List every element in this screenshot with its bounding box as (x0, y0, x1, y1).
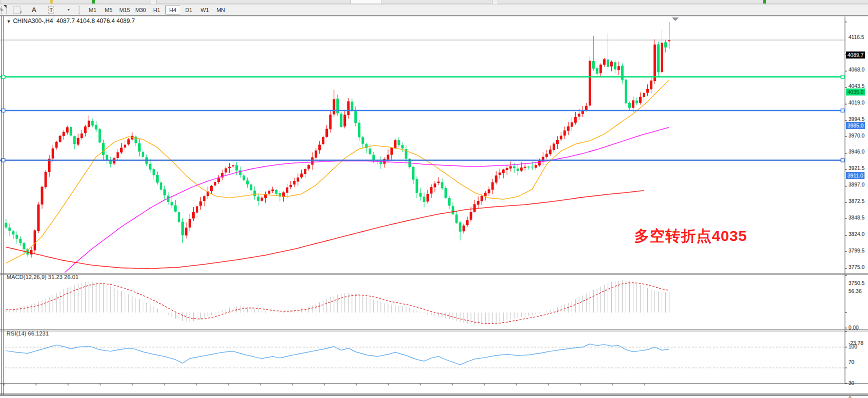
candle-body-up[interactable] (124, 144, 126, 148)
candle-body-up[interactable] (643, 93, 645, 97)
candle-body-up[interactable] (556, 140, 559, 144)
candle-body-up[interactable] (37, 204, 40, 231)
candle-body-down[interactable] (596, 68, 598, 74)
candle-body-up[interactable] (585, 106, 588, 110)
candle-body-up[interactable] (495, 176, 498, 182)
candle-body-down[interactable] (99, 129, 101, 142)
candle-body-up[interactable] (41, 187, 44, 204)
candle-body-down[interactable] (664, 42, 667, 48)
candle-body-up[interactable] (564, 130, 566, 136)
candle-body-up[interactable] (502, 170, 505, 173)
candle-body-down[interactable] (16, 235, 18, 239)
candle-body-up[interactable] (463, 226, 465, 232)
candle-body-up[interactable] (304, 169, 306, 174)
candle-body-up[interactable] (214, 182, 216, 186)
candle-body-down[interactable] (243, 176, 245, 180)
candle-body-up[interactable] (325, 129, 328, 137)
candle-body-down[interactable] (369, 148, 371, 154)
candle-body-up[interactable] (600, 64, 602, 73)
candle-body-up[interactable] (88, 120, 90, 127)
candle-body-down[interactable] (441, 182, 444, 188)
candle-body-up[interactable] (127, 140, 130, 144)
timeframe-button-mn[interactable]: MN (213, 5, 228, 14)
candle-body-down[interactable] (163, 190, 166, 196)
candle-body-down[interactable] (415, 179, 418, 193)
candle-body-up[interactable] (329, 114, 332, 129)
candle-body-down[interactable] (448, 198, 451, 206)
candle-body-up[interactable] (192, 212, 195, 218)
candle-body-down[interactable] (361, 137, 364, 144)
candle-body-down[interactable] (412, 167, 414, 180)
candle-body-up[interactable] (524, 166, 526, 168)
candle-body-down[interactable] (95, 125, 98, 130)
candle-body-up[interactable] (185, 228, 188, 235)
candle-body-up[interactable] (225, 168, 227, 172)
candle-body-up[interactable] (470, 212, 472, 220)
candle-body-up[interactable] (232, 165, 234, 166)
candle-body-up[interactable] (520, 168, 523, 170)
timeframe-button-m30[interactable]: M30 (133, 5, 148, 14)
timeframe-button-w1[interactable]: W1 (197, 5, 212, 14)
candle-body-up[interactable] (560, 136, 562, 139)
candle-body-up[interactable] (55, 142, 58, 148)
candle-body-down[interactable] (636, 100, 638, 104)
candle-body-up[interactable] (63, 132, 65, 136)
candle-body-up[interactable] (538, 161, 541, 166)
chart-annotation-text[interactable]: 多空转折点4035 (634, 226, 747, 246)
candle-body-up[interactable] (318, 145, 321, 150)
timeframe-button-m5[interactable]: M5 (101, 5, 116, 14)
timeframe-button-d1[interactable]: D1 (181, 5, 196, 14)
candle-body-up[interactable] (433, 184, 436, 188)
candle-body-up[interactable] (499, 172, 501, 175)
candle-body-up[interactable] (553, 144, 555, 150)
candle-body-up[interactable] (286, 188, 288, 193)
candle-body-up[interactable] (426, 194, 429, 202)
candle-body-down[interactable] (135, 136, 137, 143)
candle-body-down[interactable] (351, 102, 353, 110)
candle-body-up[interactable] (45, 172, 47, 188)
candle-body-down[interactable] (517, 168, 519, 171)
candle-body-up[interactable] (567, 126, 570, 131)
candle-body-up[interactable] (210, 186, 213, 191)
candle-body-down[interactable] (102, 143, 105, 155)
candle-body-up[interactable] (228, 167, 231, 168)
candle-body-down[interactable] (171, 202, 173, 206)
candle-body-up[interactable] (390, 148, 393, 155)
candle-body-up[interactable] (271, 190, 274, 191)
chart-window[interactable]: ▼CHINA300-,H4 4087.7 4104.8 4076.4 4089.… (0, 15, 868, 398)
candle-body-up[interactable] (603, 59, 606, 64)
text-box-tool-button[interactable]: T (43, 5, 59, 14)
candle-body-up[interactable] (571, 122, 573, 127)
candle-body-up[interactable] (387, 154, 389, 160)
candle-body-down[interactable] (614, 62, 616, 70)
candle-body-up[interactable] (654, 44, 656, 81)
candle-body-up[interactable] (347, 102, 350, 116)
candle-body-down[interactable] (250, 184, 252, 190)
candle-body-up[interactable] (59, 136, 62, 142)
candle-body-up[interactable] (430, 187, 432, 194)
candle-body-up[interactable] (343, 115, 346, 126)
candle-body-up[interactable] (34, 230, 36, 250)
candle-body-down[interactable] (70, 127, 72, 136)
candle-body-up[interactable] (268, 190, 270, 194)
candle-body-up[interactable] (77, 138, 80, 144)
candle-body-down[interactable] (73, 136, 76, 144)
candle-body-up[interactable] (261, 198, 263, 200)
candle-body-up[interactable] (117, 152, 119, 158)
candle-body-down[interactable] (149, 164, 152, 170)
hline-handle[interactable] (2, 158, 6, 162)
candle-body-up[interactable] (196, 206, 198, 212)
hline-handle[interactable] (841, 109, 844, 112)
candle-body-down[interactable] (235, 166, 238, 170)
candle-body-down[interactable] (621, 66, 624, 80)
timeframe-button-m1[interactable]: M1 (85, 5, 100, 14)
candle-body-up[interactable] (438, 182, 440, 183)
candle-body-down[interactable] (257, 196, 260, 201)
candle-body-up[interactable] (484, 193, 487, 196)
candle-body-down[interactable] (531, 167, 534, 168)
candle-body-up[interactable] (307, 165, 310, 168)
hline-handle[interactable] (2, 75, 6, 78)
candle-body-down[interactable] (253, 190, 256, 196)
candle-body-up[interactable] (120, 148, 123, 152)
candle-body-up[interactable] (546, 154, 548, 157)
